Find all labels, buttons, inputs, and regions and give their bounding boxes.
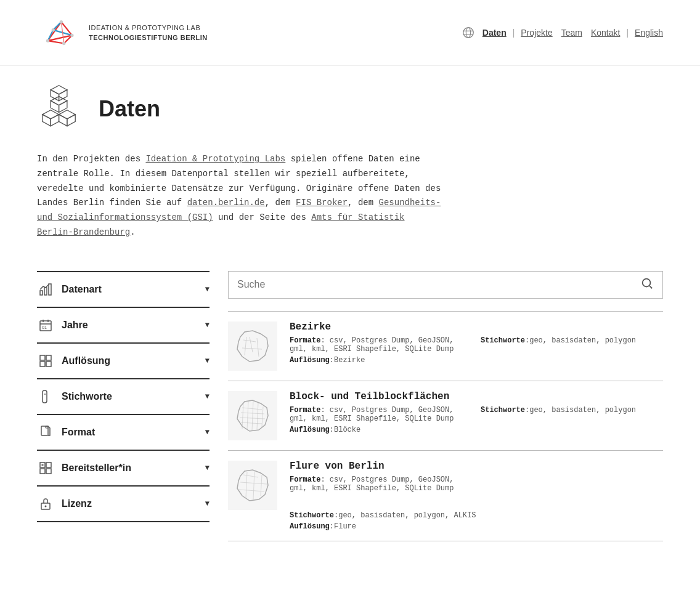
result-aufloesung-flure: Auflösung:Flure [290,522,663,531]
svg-point-52 [45,505,47,507]
result-aufloesung-block: Auflösung:Blöcke [290,426,663,434]
svg-line-66 [242,403,243,429]
logo-icon [37,11,80,54]
nav-sep-1: | [513,28,515,38]
svg-line-73 [246,472,247,498]
search-button[interactable] [640,277,654,293]
search-input[interactable] [237,279,640,290]
svg-point-11 [70,34,73,37]
lizenz-arrow: ▼ [205,499,210,508]
svg-marker-55 [237,331,268,362]
svg-rect-47 [40,469,45,474]
svg-point-53 [643,278,651,286]
filter-lizenz-label: Lizenz [62,498,92,509]
main-content: Datenart ▼ 01 Jahre ▼ [0,259,700,566]
format-arrow: ▼ [205,428,210,437]
svg-marker-27 [51,86,67,94]
svg-point-12 [62,42,65,45]
datenart-arrow: ▼ [205,285,210,294]
intro-link-daten[interactable]: daten.berlin.de [187,198,265,208]
svg-marker-29 [59,90,67,101]
svg-rect-38 [40,355,45,360]
filter-format[interactable]: Format ▼ [37,415,210,451]
logo-text: IDEATION & PROTOTYPING LAB TECHNOLOGIEST… [89,23,208,43]
svg-line-3 [48,41,64,43]
filter-lizenz[interactable]: Lizenz ▼ [37,487,210,522]
hero-section: Daten [0,66,700,140]
logo-area: IDEATION & PROTOTYPING LAB TECHNOLOGIEST… [37,11,208,54]
svg-rect-46 [46,463,51,467]
intro-prefix: In den Projekten des [37,154,145,164]
filter-stichworte[interactable]: Stichworte ▼ [37,379,210,415]
datenart-icon [37,281,54,298]
filter-bereitsteller[interactable]: Bereitsteller*in ▼ [37,451,210,487]
svg-text:01: 01 [42,325,47,329]
jahre-arrow: ▼ [205,321,210,329]
stichworte-icon [37,388,54,405]
result-list: Bezirke Formate: csv, Postgres Dump, Geo… [228,311,663,541]
svg-line-57 [250,337,253,352]
svg-rect-31 [44,288,47,295]
result-thumb-block [228,391,277,440]
intro-mid4: und der Seite des [213,212,312,222]
svg-line-62 [242,408,262,410]
svg-rect-39 [46,355,51,360]
filter-stichworte-label: Stichworte [62,391,112,402]
svg-point-10 [46,39,49,42]
stichworte-arrow: ▼ [205,392,210,401]
result-item[interactable]: Bezirke Formate: csv, Postgres Dump, Geo… [228,312,663,381]
intro-link-fis[interactable]: FIS Broker [296,198,348,208]
svg-line-76 [240,482,267,484]
intro-text: In den Projekten des Ideation & Prototyp… [0,140,481,259]
svg-line-69 [257,402,258,429]
filter-aufloesung[interactable]: Auflösung ▼ [37,344,210,379]
result-title-flure: Flure von Berlin [290,461,663,472]
svg-rect-42 [43,390,47,403]
svg-line-59 [245,337,246,355]
filter-aufloesung-label: Auflösung [62,355,110,366]
result-aufloesung-bezirke: Auflösung:Bezirke [290,356,663,365]
svg-line-54 [649,286,652,288]
svg-marker-23 [67,115,75,126]
result-stichworte-flure: Stichworte:geo, basisdaten, polygon, ALK… [290,511,476,520]
result-thumb-flure [228,461,277,510]
result-item[interactable]: Block- und Teilblockflächen Formate: csv… [228,381,663,451]
intro-mid3: , dem [348,198,378,208]
svg-rect-32 [49,284,51,295]
result-stichworte-block: Stichworte:geo, basisdaten, polygon [481,406,636,423]
svg-point-15 [466,28,470,38]
hero-icon [37,84,86,134]
svg-line-74 [253,471,254,499]
nav-team[interactable]: Team [561,28,582,38]
svg-rect-44 [41,426,48,435]
nav-projekte[interactable]: Projekte [521,28,552,38]
aufloesung-arrow: ▼ [205,357,210,365]
svg-line-70 [262,406,263,427]
svg-marker-71 [237,470,268,501]
svg-point-9 [60,20,63,23]
result-formats-block: Formate: csv, Postgres Dump, GeoJSON, gm… [290,406,462,423]
globe-icon [462,26,475,39]
result-title-bezirke: Bezirke [290,321,663,333]
search-bar [228,271,663,299]
intro-link-lab[interactable]: Ideation & Prototyping Labs [145,154,285,164]
svg-line-65 [241,422,262,424]
svg-marker-28 [51,90,59,101]
result-item[interactable]: Flure von Berlin Formate: csv, Postgres … [228,451,663,541]
svg-marker-19 [43,115,51,126]
filter-bereitsteller-label: Bereitsteller*in [62,463,131,474]
filter-datenart[interactable]: Datenart ▼ [37,272,210,308]
svg-line-60 [257,338,259,357]
result-thumb-bezirke [228,321,277,371]
nav-kontakt[interactable]: Kontakt [591,28,620,38]
nav-english[interactable]: English [635,28,663,38]
svg-rect-40 [40,362,45,366]
search-icon [640,277,654,290]
results-area: Bezirke Formate: csv, Postgres Dump, Geo… [228,271,663,541]
bereitsteller-arrow: ▼ [205,464,210,472]
nav-daten[interactable]: Daten [482,28,507,38]
filter-jahre[interactable]: 01 Jahre ▼ [37,308,210,344]
format-icon [37,424,54,441]
svg-line-56 [243,340,256,342]
svg-line-67 [247,401,248,430]
